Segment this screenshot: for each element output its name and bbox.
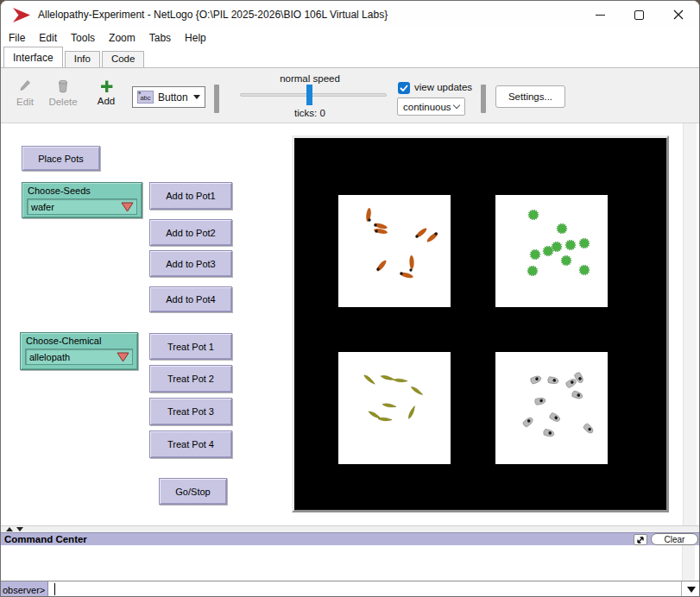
ticks-counter: ticks: 0	[241, 108, 379, 118]
update-mode-select[interactable]: continuous	[397, 97, 465, 116]
netlogo-window: Allelopathy-Experiment - NetLogo {O:\PIL…	[0, 0, 700, 597]
delete-tool-button[interactable]: Delete	[44, 79, 82, 107]
menu-help[interactable]: Help	[184, 30, 214, 46]
maximize-icon	[634, 10, 644, 20]
view-updates-label: view updates	[414, 82, 472, 92]
choose-seeds-chooser: Choose-Seeds wafer	[22, 182, 142, 218]
command-center-splitter[interactable]	[1, 525, 700, 532]
netlogo-logo-icon	[12, 8, 31, 22]
pot-1	[338, 195, 451, 307]
agent-type-dropdown-button[interactable]	[681, 581, 700, 597]
delete-tool-label: Delete	[48, 97, 77, 107]
close-button[interactable]	[659, 1, 697, 28]
trash-icon	[57, 79, 69, 94]
close-icon	[673, 9, 684, 20]
go-stop-button[interactable]: Go/Stop	[159, 478, 227, 505]
choose-chemical-label: Choose-Chemical	[26, 336, 133, 346]
menu-bar: File Edit Tools Zoom Tabs Help	[1, 28, 699, 47]
pot-2	[495, 195, 608, 307]
world-view[interactable]	[292, 135, 669, 512]
toolbar: Edit Delete Add abc Button normal speed …	[1, 68, 699, 123]
text-caret	[54, 583, 55, 595]
settings-button[interactable]: Settings...	[495, 85, 565, 108]
command-output-scrollbar[interactable]	[682, 545, 695, 581]
down-triangle-icon	[687, 587, 696, 593]
title-bar: Allelopathy-Experiment - NetLogo {O:\PIL…	[1, 1, 699, 28]
speed-label: normal speed	[241, 73, 379, 84]
choose-seeds-value: wafer	[31, 202, 54, 212]
minimize-button[interactable]	[581, 1, 620, 28]
menu-edit[interactable]: Edit	[38, 30, 65, 46]
tab-info[interactable]: Info	[65, 51, 100, 67]
tab-code[interactable]: Code	[102, 51, 145, 67]
widget-type-value: Button	[158, 91, 188, 104]
add-to-pot4-button[interactable]: Add to Pot4	[149, 286, 232, 312]
tab-strip: Interface Info Code	[1, 47, 699, 68]
add-tool-button[interactable]: Add	[91, 79, 122, 106]
treat-pot-3-button[interactable]: Treat Pot 3	[149, 398, 232, 425]
toolbar-separator	[214, 85, 219, 113]
menu-file[interactable]: File	[8, 30, 33, 46]
widget-type-selector[interactable]: abc Button	[132, 86, 205, 108]
menu-tools[interactable]: Tools	[70, 30, 103, 46]
command-input-row: observer>	[1, 581, 700, 597]
edit-tool-label: Edit	[16, 97, 34, 107]
place-pots-button[interactable]: Place Pots	[22, 146, 100, 171]
treat-pot-2-button[interactable]: Treat Pot 2	[149, 365, 232, 393]
pencil-icon	[19, 79, 31, 94]
pot-4	[495, 352, 608, 464]
window-title: Allelopathy-Experiment - NetLogo {O:\PIL…	[38, 9, 388, 21]
chooser-arrow-icon	[121, 202, 134, 212]
add-to-pot3-button[interactable]: Add to Pot3	[149, 250, 232, 277]
command-center-header: Command Center Clear	[1, 532, 700, 545]
interface-canvas: Place Pots Choose-Seeds wafer Add to Pot…	[1, 123, 700, 525]
menu-tabs[interactable]: Tabs	[148, 30, 179, 46]
choose-seeds-select[interactable]: wafer	[27, 198, 137, 215]
clear-button[interactable]: Clear	[651, 533, 698, 545]
command-center-expand-button[interactable]	[634, 534, 647, 545]
maximize-button[interactable]	[620, 1, 659, 28]
diagonal-resize-icon	[636, 536, 645, 544]
plus-icon	[100, 79, 113, 93]
choose-seeds-label: Choose-Seeds	[28, 185, 137, 196]
window-controls	[581, 1, 697, 28]
speed-slider-track[interactable]	[240, 93, 387, 97]
treat-pot-1-button[interactable]: Treat Pot 1	[149, 333, 232, 360]
view-updates-checkbox[interactable]	[398, 82, 410, 94]
add-to-pot1-button[interactable]: Add to Pot1	[149, 182, 232, 210]
chevron-down-icon	[453, 102, 460, 109]
observer-prompt: observer>	[1, 581, 48, 597]
interface-vertical-scrollbar[interactable]	[683, 123, 697, 525]
checkmark-icon	[400, 85, 408, 91]
speed-slider-thumb[interactable]	[306, 85, 312, 105]
menu-zoom[interactable]: Zoom	[108, 30, 143, 46]
choose-chemical-chooser: Choose-Chemical allelopath	[20, 332, 138, 370]
dropdown-arrow-icon	[193, 95, 200, 99]
command-input[interactable]	[48, 581, 681, 597]
treat-pot-4-button[interactable]: Treat Pot 4	[149, 430, 232, 458]
edit-tool-button[interactable]: Edit	[9, 79, 41, 107]
update-mode-value: continuous	[403, 102, 451, 112]
choose-chemical-select[interactable]: allelopath	[25, 349, 133, 365]
button-widget-icon: abc	[137, 91, 154, 104]
command-center-output[interactable]	[2, 545, 700, 581]
choose-chemical-value: allelopath	[29, 352, 70, 362]
pot-3	[338, 352, 451, 464]
add-tool-label: Add	[98, 96, 115, 106]
splitter-arrows-icon	[6, 527, 23, 531]
toolbar-separator-2	[481, 85, 486, 113]
command-center-title: Command Center	[1, 534, 87, 544]
tab-interface[interactable]: Interface	[3, 47, 63, 67]
minimize-icon	[596, 15, 605, 16]
chooser-arrow-icon	[117, 352, 129, 362]
add-to-pot2-button[interactable]: Add to Pot2	[149, 219, 232, 246]
